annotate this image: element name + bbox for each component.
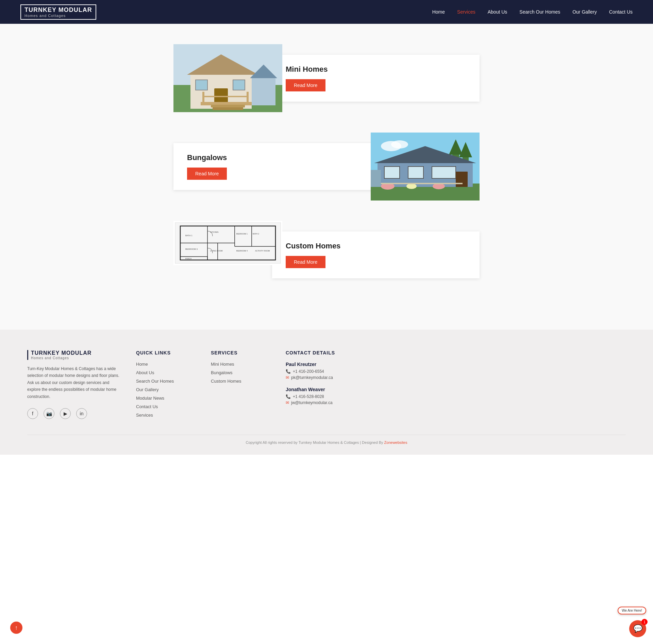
footer-bottom: Copyright All rights reserved by Turnkey… <box>27 435 626 445</box>
svg-rect-5 <box>196 80 207 90</box>
mini-homes-title: Mini Homes <box>286 65 466 74</box>
svg-text:BEDROOM 4: BEDROOM 4 <box>236 250 248 252</box>
footer-logo: TURNKEY MODULAR Homes and Cottages <box>27 350 122 360</box>
footer-designer-link[interactable]: Zonewebsites <box>384 440 407 445</box>
service-bungalows: Bungalows Read More <box>173 133 480 201</box>
service-custom-homes: BATH 1 BEDROOM 3 KITCHEN LIVING ROOM BED… <box>173 221 480 289</box>
footer-grid: TURNKEY MODULAR Homes and Cottages Turn-… <box>27 350 626 421</box>
footer-col-services: SERVICES Mini Homes Bungalows Custom Hom… <box>211 350 272 421</box>
footer-link-gallery[interactable]: Our Gallery <box>136 387 197 392</box>
nav-contact[interactable]: Contact Us <box>609 9 633 15</box>
svg-point-17 <box>391 140 408 149</box>
logo-subtitle: Homes and Cottages <box>24 14 92 18</box>
main-content: Mini Homes Read More Bungalows Read More <box>0 24 653 330</box>
contact-paul-phone: 📞 +1 416-200-6554 <box>286 369 381 374</box>
svg-rect-27 <box>432 167 456 178</box>
svg-rect-26 <box>408 167 423 178</box>
footer-col-contact: CONTACT DETAILS Paul Kreutzer 📞 +1 416-2… <box>286 350 381 421</box>
svg-rect-6 <box>233 80 245 90</box>
service-mini-homes: Mini Homes Read More <box>173 44 480 112</box>
bungalows-read-more[interactable]: Read More <box>187 168 227 180</box>
svg-rect-25 <box>384 167 400 178</box>
svg-text:PORCH: PORCH <box>185 258 191 260</box>
nav-gallery[interactable]: Our Gallery <box>572 9 597 15</box>
svg-text:BEDROOM 3: BEDROOM 3 <box>185 248 198 250</box>
footer-logo-subtitle: Homes and Cottages <box>31 356 122 360</box>
phone-icon: 📞 <box>286 369 291 374</box>
header: TURNKEY MODULAR Homes and Cottages Home … <box>0 0 653 24</box>
mini-homes-image <box>173 44 282 112</box>
card-mini-homes: Mini Homes Read More <box>173 44 480 112</box>
contact-jonathan-name: Jonathan Weaver <box>286 387 381 392</box>
social-facebook[interactable]: f <box>27 408 38 419</box>
footer-link-home[interactable]: Home <box>136 362 197 367</box>
footer-contact-title: CONTACT DETAILS <box>286 350 381 355</box>
bungalow-svg <box>371 133 480 201</box>
footer-service-custom-homes[interactable]: Custom Homes <box>211 379 272 384</box>
footer-link-search-homes[interactable]: Search Our Homes <box>136 379 197 384</box>
bungalows-title: Bungalows <box>187 153 367 162</box>
svg-rect-10 <box>202 96 249 97</box>
nav-home[interactable]: Home <box>432 9 445 15</box>
custom-homes-svg: BATH 1 BEDROOM 3 KITCHEN LIVING ROOM BED… <box>173 221 282 265</box>
bungalows-text-box: Bungalows Read More <box>173 143 381 190</box>
nav-about[interactable]: About Us <box>488 9 507 15</box>
footer: TURNKEY MODULAR Homes and Cottages Turn-… <box>0 330 653 455</box>
contact-jonathan-email: ✉ jw@turnkeymodular.ca <box>286 400 381 405</box>
svg-text:KITCHEN: KITCHEN <box>210 231 218 233</box>
svg-rect-12 <box>213 107 243 110</box>
nav-search-homes[interactable]: Search Our Homes <box>519 9 560 15</box>
email-icon-2: ✉ <box>286 400 289 405</box>
footer-link-services[interactable]: Services <box>136 413 197 418</box>
footer-service-bungalows[interactable]: Bungalows <box>211 370 272 375</box>
logo-area: TURNKEY MODULAR Homes and Cottages <box>20 4 99 20</box>
custom-homes-image: BATH 1 BEDROOM 3 KITCHEN LIVING ROOM BED… <box>173 221 282 289</box>
svg-text:ACTIVITY ROOM: ACTIVITY ROOM <box>255 250 270 252</box>
bungalow-image <box>371 133 480 201</box>
contact-jonathan: Jonathan Weaver 📞 +1 416-528-8028 ✉ jw@t… <box>286 387 381 405</box>
contact-paul-email: ✉ pk@turnkeymodular.ca <box>286 375 381 380</box>
svg-rect-28 <box>456 172 468 187</box>
mini-homes-read-more[interactable]: Read More <box>286 79 325 91</box>
footer-quick-links-title: QUICK LINKS <box>136 350 197 355</box>
footer-link-news[interactable]: Modular News <box>136 396 197 401</box>
footer-col-quick-links: QUICK LINKS Home About Us Search Our Hom… <box>136 350 197 421</box>
contact-paul-name: Paul Kreutzer <box>286 362 381 367</box>
svg-text:BEDROOM 1: BEDROOM 1 <box>236 233 248 235</box>
social-instagram[interactable]: 📷 <box>44 408 54 419</box>
svg-rect-33 <box>381 183 463 184</box>
email-icon: ✉ <box>286 375 289 380</box>
phone-icon-2: 📞 <box>286 394 291 399</box>
footer-link-about[interactable]: About Us <box>136 370 197 375</box>
logo-box: TURNKEY MODULAR Homes and Cottages <box>20 4 96 20</box>
svg-text:LIVING ROOM: LIVING ROOM <box>210 250 223 252</box>
mini-homes-text-box: Mini Homes Read More <box>272 55 480 102</box>
social-linkedin[interactable]: in <box>76 408 87 419</box>
footer-logo-title: TURNKEY MODULAR <box>31 350 122 356</box>
custom-homes-text-box: Custom Homes Read More <box>272 231 480 278</box>
svg-rect-11 <box>211 105 245 107</box>
card-custom-homes: BATH 1 BEDROOM 3 KITCHEN LIVING ROOM BED… <box>173 221 480 289</box>
footer-service-mini-homes[interactable]: Mini Homes <box>211 362 272 367</box>
nav-services[interactable]: Services <box>457 9 475 15</box>
mini-homes-svg <box>173 44 282 112</box>
social-youtube[interactable]: ▶ <box>60 408 71 419</box>
svg-point-31 <box>406 184 417 189</box>
contact-jonathan-phone: 📞 +1 416-528-8028 <box>286 394 381 399</box>
custom-homes-read-more[interactable]: Read More <box>286 256 325 268</box>
footer-services-title: SERVICES <box>211 350 272 355</box>
contact-paul: Paul Kreutzer 📞 +1 416-200-6554 ✉ pk@tur… <box>286 362 381 380</box>
card-bungalows: Bungalows Read More <box>173 133 480 201</box>
footer-col-brand: TURNKEY MODULAR Homes and Cottages Turn-… <box>27 350 122 421</box>
svg-rect-13 <box>252 78 275 105</box>
footer-link-contact[interactable]: Contact Us <box>136 404 197 409</box>
svg-text:BATH 2: BATH 2 <box>253 233 259 235</box>
main-nav: Home Services About Us Search Our Homes … <box>432 9 633 15</box>
logo-title: TURNKEY MODULAR <box>24 6 92 14</box>
svg-text:BATH 1: BATH 1 <box>185 234 192 237</box>
custom-homes-title: Custom Homes <box>286 242 466 250</box>
svg-rect-29 <box>371 170 381 187</box>
footer-social: f 📷 ▶ in <box>27 408 122 419</box>
footer-description: Turn-Key Modular Homes & Cottages has a … <box>27 365 122 400</box>
